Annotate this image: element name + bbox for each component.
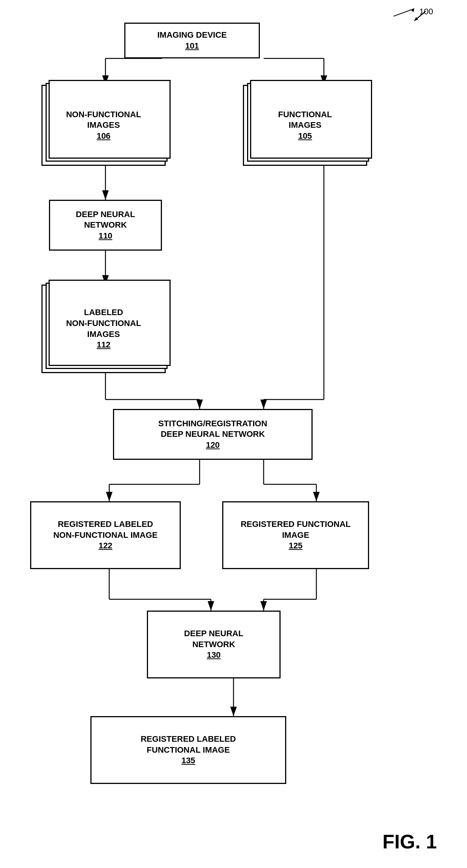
labeled-non-functional-box: LABELEDNON-FUNCTIONALIMAGES 112 [41,285,166,373]
ref-100-label [392,7,422,20]
diagram: 100 IMAGING DEVICE 101 NON-FUNCTIONALIMA… [0,0,467,868]
imaging-device-box: IMAGING DEVICE 101 [124,23,260,58]
registered-labeled-functional-box: REGISTERED LABELEDFUNCTIONAL IMAGE 135 [90,716,286,784]
stitching-dnn-box: STITCHING/REGISTRATIONDEEP NEURAL NETWOR… [113,409,313,460]
dnn-130-box: DEEP NEURALNETWORK 130 [147,611,281,678]
registered-functional-box: REGISTERED FUNCTIONALIMAGE 125 [222,501,369,569]
main-ref-number: 100 [419,7,433,17]
svg-line-26 [394,9,414,16]
registered-labeled-nonfunctional-box: REGISTERED LABELEDNON-FUNCTIONAL IMAGE 1… [30,501,181,569]
non-functional-images-box: NON-FUNCTIONALIMAGES 106 [41,85,166,166]
dnn-110-box: DEEP NEURALNETWORK 110 [49,200,162,251]
fig-label: FIG. 1 [383,830,437,853]
functional-images-box: FUNCTIONALIMAGES 105 [243,85,367,166]
